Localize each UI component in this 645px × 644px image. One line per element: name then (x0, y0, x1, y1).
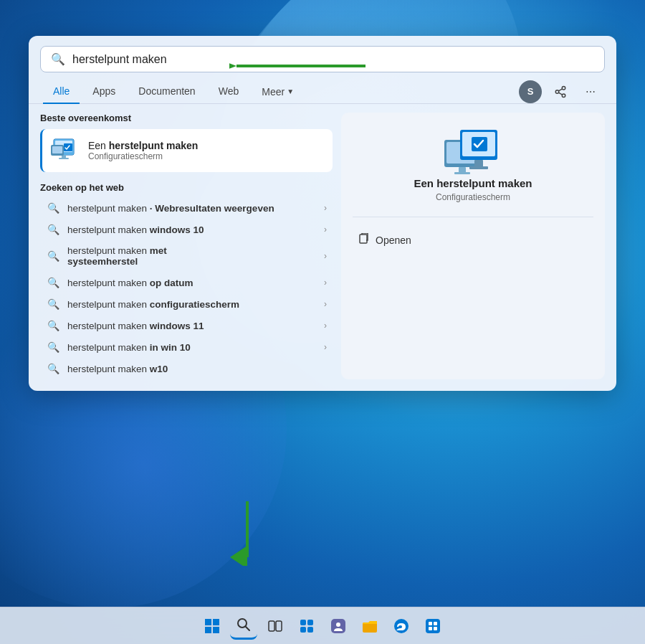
svg-rect-43 (426, 619, 440, 633)
tab-meer[interactable]: Meer ▼ (252, 80, 304, 103)
edge-button[interactable] (388, 612, 415, 640)
search-icon: 🔍 (51, 52, 65, 66)
svg-point-40 (336, 622, 340, 627)
tabs-bar: Alle Apps Documenten Web Meer ▼ S ⋯ (29, 80, 616, 104)
teams-button[interactable] (325, 612, 352, 640)
best-match-title: Beste overeenkomst (40, 113, 333, 123)
svg-rect-12 (59, 158, 69, 159)
search-overlay: 🔍 Alle Apps Documenten Web Meer ▼ S (29, 36, 616, 391)
svg-rect-34 (276, 621, 282, 631)
taskbar-search[interactable] (230, 612, 257, 640)
web-item-text: herstelpunt maken op datum (67, 278, 317, 288)
svg-rect-22 (474, 160, 483, 167)
search-web-icon: 🔍 (46, 202, 60, 214)
svg-line-5 (558, 93, 562, 95)
svg-rect-14 (52, 146, 62, 153)
chevron-right-icon: › (324, 321, 327, 331)
widgets-button[interactable] (293, 612, 320, 640)
search-web-icon: 🔍 (46, 320, 60, 331)
svg-rect-29 (205, 627, 211, 633)
list-item[interactable]: 🔍 herstelpunt maken op datum › (40, 272, 333, 293)
search-web-icon: 🔍 (46, 250, 60, 262)
svg-rect-24 (360, 235, 367, 243)
best-match-text: Een herstelpunt maken Configuratiescherm (88, 140, 198, 161)
chevron-right-icon: › (324, 299, 327, 309)
svg-point-31 (238, 619, 247, 628)
right-app-subtitle: Configuratiescherm (436, 192, 510, 202)
divider (353, 217, 593, 217)
share-icon[interactable] (549, 80, 572, 103)
svg-point-2 (562, 86, 565, 90)
svg-rect-44 (429, 622, 432, 625)
teams-icon (330, 618, 346, 634)
list-item[interactable]: 🔍 herstelpunt maken metsysteemherstel › (40, 240, 333, 272)
web-item-text: herstelpunt maken · Webresultaten weerge… (67, 203, 317, 214)
search-bar[interactable]: 🔍 (40, 46, 605, 72)
monitor-icon (51, 136, 80, 165)
list-item[interactable]: 🔍 herstelpunt maken w10 (40, 358, 333, 379)
svg-rect-45 (434, 622, 437, 625)
tab-alle[interactable]: Alle (43, 80, 80, 104)
store-button[interactable] (419, 612, 446, 640)
user-avatar[interactable]: S (519, 80, 542, 103)
svg-rect-41 (363, 622, 377, 633)
web-section-title: Zoeken op het web (40, 182, 333, 193)
large-monitor-icon (444, 127, 502, 177)
svg-rect-47 (434, 627, 437, 630)
svg-rect-36 (307, 620, 313, 625)
store-icon (425, 618, 441, 634)
best-match-item[interactable]: Een herstelpunt maken Configuratiescherm (40, 129, 333, 172)
web-item-text: herstelpunt maken windows 11 (67, 321, 317, 331)
start-button[interactable] (199, 612, 226, 640)
svg-line-32 (246, 627, 249, 630)
chevron-right-icon: › (324, 342, 327, 352)
task-view-button[interactable] (262, 612, 289, 640)
svg-rect-33 (269, 621, 274, 631)
svg-rect-27 (205, 619, 211, 625)
avatar-letter: S (527, 86, 534, 97)
search-web-icon: 🔍 (46, 298, 60, 310)
search-web-icon: 🔍 (46, 363, 60, 374)
chevron-down-icon: ▼ (287, 87, 294, 95)
svg-line-6 (558, 88, 562, 90)
svg-rect-46 (429, 627, 432, 630)
edge-icon (393, 618, 409, 634)
list-item[interactable]: 🔍 herstelpunt maken in win 10 › (40, 336, 333, 358)
web-item-text: herstelpunt maken w10 (67, 364, 327, 374)
search-web-icon: 🔍 (46, 341, 60, 353)
svg-rect-35 (300, 620, 306, 625)
widgets-icon (300, 619, 314, 633)
svg-point-4 (562, 94, 565, 98)
svg-point-3 (555, 90, 559, 93)
more-options-icon[interactable]: ⋯ (579, 80, 602, 103)
chevron-right-icon: › (324, 278, 327, 288)
file-explorer-icon (362, 618, 378, 634)
search-input[interactable] (72, 53, 594, 66)
svg-rect-30 (213, 627, 219, 633)
list-item[interactable]: 🔍 herstelpunt maken · Webresultaten weer… (40, 197, 333, 219)
best-match-item-title: Een herstelpunt maken (88, 140, 198, 151)
list-item[interactable]: 🔍 herstelpunt maken windows 11 › (40, 315, 333, 336)
svg-rect-38 (307, 627, 313, 633)
right-panel: Een herstelpunt maken Configuratiescherm… (341, 113, 605, 379)
svg-rect-18 (454, 172, 470, 174)
search-taskbar-icon (236, 617, 251, 632)
open-icon (358, 233, 370, 247)
web-item-text: herstelpunt maken configuratiescherm (67, 299, 317, 310)
svg-rect-23 (469, 166, 488, 169)
search-web-icon: 🔍 (46, 277, 60, 288)
web-item-text: herstelpunt maken in win 10 (67, 342, 317, 353)
file-explorer-button[interactable] (356, 612, 383, 640)
search-web-icon: 🔍 (46, 224, 60, 235)
list-item[interactable]: 🔍 herstelpunt maken configuratiescherm › (40, 293, 333, 315)
tab-documenten[interactable]: Documenten (128, 80, 205, 104)
tab-apps[interactable]: Apps (82, 80, 125, 104)
meer-label: Meer (262, 86, 285, 98)
chevron-right-icon: › (324, 224, 327, 235)
chevron-right-icon: › (324, 251, 327, 261)
list-item[interactable]: 🔍 herstelpunt maken windows 10 › (40, 219, 333, 240)
search-content: Beste overeenkomst (29, 113, 616, 379)
open-action[interactable]: Openen (353, 229, 593, 251)
taskbar (0, 607, 645, 644)
tab-web[interactable]: Web (209, 80, 249, 104)
